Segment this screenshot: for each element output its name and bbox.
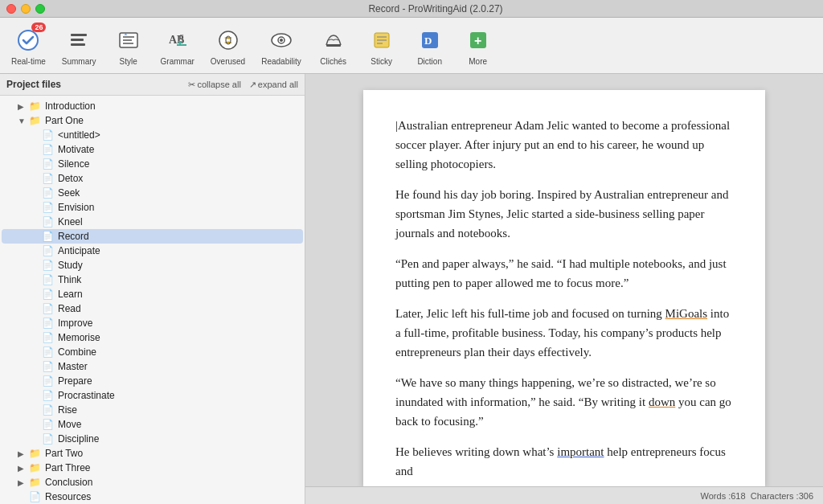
sidebar-item-improve[interactable]: ▶ 📄 Improve [2, 316, 303, 330]
sidebar-item-anticipate[interactable]: ▶ 📄 Anticipate [2, 244, 303, 258]
sidebar-item-silence[interactable]: ▶ 📄 Silence [2, 157, 303, 171]
svg-rect-1 [71, 34, 87, 36]
realtime-button[interactable]: 26 Real-time [3, 21, 54, 71]
doc-icon: 📄 [42, 231, 55, 242]
doc-icon: 📄 [42, 144, 55, 155]
svg-rect-3 [71, 43, 85, 46]
sidebar-item-kneel[interactable]: ▶ 📄 Kneel [2, 215, 303, 229]
sidebar-item-label: Move [58, 419, 300, 430]
folder-icon: 📁 [29, 477, 42, 488]
folder-icon: 📁 [29, 100, 42, 112]
sidebar-item-procrastinate[interactable]: ▶ 📄 Procrastinate [2, 388, 303, 403]
expand-all-button[interactable]: ↗ expand all [249, 80, 298, 90]
sidebar-item-label: <untitled> [58, 129, 300, 141]
sidebar-item-seek[interactable]: ▶ 📄 Seek [2, 186, 303, 200]
minimize-button[interactable] [21, 4, 31, 14]
more-button[interactable]: + More [454, 21, 502, 71]
sidebar-title: Project files [6, 79, 61, 90]
sidebar-item-conclusion[interactable]: ▶ 📁 Conclusion [2, 475, 303, 490]
sidebar-item-study[interactable]: ▶ 📄 Study [2, 258, 303, 272]
editor-page[interactable]: |Australian entrepreneur Adam Jelic want… [363, 90, 765, 486]
sidebar-item-resources[interactable]: ▶ 📄 Resources [2, 490, 303, 504]
sidebar-item-label: Study [58, 260, 300, 271]
sidebar-item-discipline[interactable]: ▶ 📄 Discipline [2, 432, 303, 446]
svg-point-16 [280, 39, 283, 42]
expand-arrow: ▶ [18, 102, 29, 111]
main-content: Project files ✂ collapse all ↗ expand al… [0, 74, 823, 504]
sticky-button[interactable]: Sticky [358, 21, 406, 71]
sidebar-item-think[interactable]: ▶ 📄 Think [2, 272, 303, 287]
doc-icon: 📄 [42, 158, 55, 170]
toolbar: 26 Real-time Summary A Style [0, 18, 823, 74]
close-button[interactable] [6, 4, 16, 14]
editor-scroll[interactable]: |Australian entrepreneur Adam Jelic want… [305, 74, 823, 486]
sidebar-item-partthree[interactable]: ▶ 📁 Part Three [2, 461, 303, 475]
sidebar-item-label: Improve [58, 318, 300, 329]
sidebar-item-record[interactable]: ▶ 📄 Record [2, 229, 303, 244]
sidebar-item-label: Procrastinate [58, 390, 300, 401]
sidebar-item-envision[interactable]: ▶ 📄 Envision [2, 200, 303, 215]
sidebar-item-read[interactable]: ▶ 📄 Read [2, 301, 303, 316]
sidebar-item-label: Combine [58, 346, 300, 358]
cliches-label: Clichés [320, 57, 346, 66]
sidebar-item-label: Part One [45, 115, 300, 126]
collapse-all-button[interactable]: ✂ collapse all [188, 80, 240, 90]
sidebar-item-parttwo[interactable]: ▶ 📁 Part Two [2, 446, 303, 461]
cliches-button[interactable]: Clichés [309, 21, 358, 71]
sidebar-item-memorise[interactable]: ▶ 📄 Memorise [2, 330, 303, 345]
maximize-button[interactable] [35, 4, 45, 14]
sidebar-item-label: Record [58, 231, 300, 242]
word-count-label: Words : [701, 491, 731, 501]
sidebar-item-label: Rise [58, 404, 300, 416]
sidebar-item-rise[interactable]: ▶ 📄 Rise [2, 403, 303, 417]
svg-text:+: + [474, 34, 481, 47]
char-count-value: 306 [799, 491, 813, 501]
migoals-link: MiGoals [665, 307, 708, 320]
sidebar-item-introduction[interactable]: ▶ 📁 Introduction [2, 99, 303, 113]
window-title: Record - ProWritingAid (2.0.27) [55, 3, 817, 14]
sidebar-item-motivate[interactable]: ▶ 📄 Motivate [2, 142, 303, 157]
doc-icon: 📄 [42, 375, 55, 387]
doc-icon: 📄 [42, 289, 55, 300]
paragraph-4: Later, Jelic left his full-time job and … [395, 304, 733, 362]
sidebar-item-detox[interactable]: ▶ 📄 Detox [2, 171, 303, 186]
readability-label: Readability [261, 57, 301, 66]
sidebar-item-move[interactable]: ▶ 📄 Move [2, 417, 303, 432]
sidebar-item-prepare[interactable]: ▶ 📄 Prepare [2, 374, 303, 388]
grammar-label: Grammar [161, 57, 194, 66]
summary-button[interactable]: Summary [54, 21, 104, 71]
sidebar-item-label: Silence [58, 158, 300, 170]
sidebar-item-label: Anticipate [58, 245, 300, 256]
doc-pink-icon: 📄 [29, 491, 42, 502]
sidebar-item-partone[interactable]: ▼ 📁 Part One [2, 113, 303, 128]
titlebar: Record - ProWritingAid (2.0.27) [0, 0, 823, 18]
doc-icon: 📄 [42, 173, 55, 184]
sidebar-item-learn[interactable]: ▶ 📄 Learn [2, 287, 303, 301]
doc-icon: 📄 [42, 433, 55, 445]
sidebar-item-untitled[interactable]: ▶ 📄 <untitled> [2, 128, 303, 142]
cliches-icon [319, 26, 348, 55]
doc-icon: 📄 [42, 332, 55, 343]
style-button[interactable]: A Style [104, 21, 153, 71]
svg-rect-17 [326, 44, 341, 47]
expand-arrow: ▶ [18, 478, 29, 487]
overused-button[interactable]: Overused [203, 21, 253, 71]
diction-button[interactable]: D Diction [406, 21, 454, 71]
sidebar-item-master[interactable]: ▶ 📄 Master [2, 359, 303, 374]
summary-icon [64, 26, 93, 55]
collapse-icon: ✂ [188, 80, 195, 90]
sidebar-item-label: Conclusion [45, 477, 300, 488]
sidebar-header: Project files ✂ collapse all ↗ expand al… [0, 74, 305, 96]
diction-label: Diction [417, 57, 442, 66]
sidebar-item-label: Part Three [45, 462, 300, 473]
sidebar-item-label: Envision [58, 202, 300, 213]
readability-button[interactable]: Readability [253, 21, 309, 71]
overused-icon [214, 26, 243, 55]
grammar-button[interactable]: AB C Grammar [153, 21, 203, 71]
sidebar-item-combine[interactable]: ▶ 📄 Combine [2, 345, 303, 359]
doc-icon: 📄 [42, 274, 55, 285]
grammar-icon: AB C [163, 26, 192, 55]
paragraph-6: He believes writing down what’s importan… [395, 442, 733, 481]
svg-text:A: A [125, 32, 127, 36]
doc-icon: 📄 [42, 260, 55, 271]
